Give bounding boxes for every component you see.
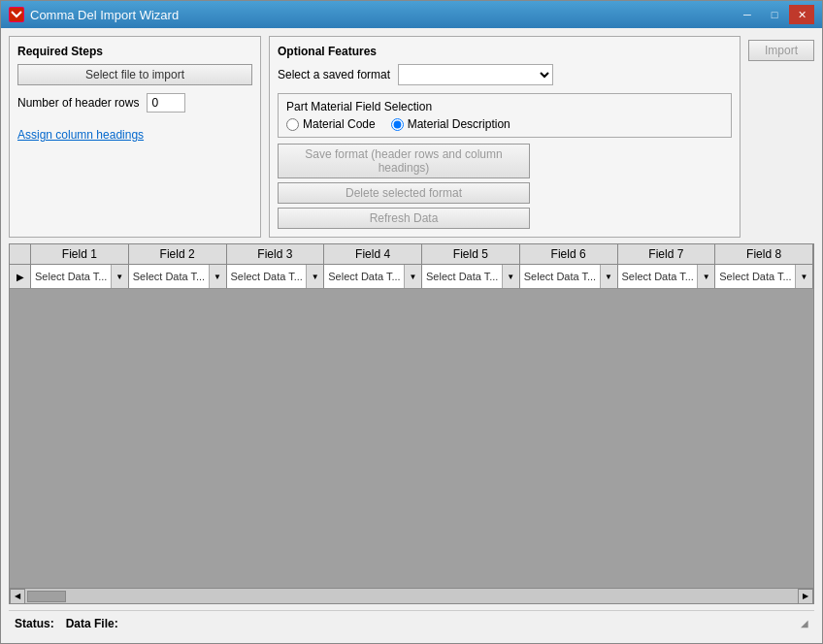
optional-buttons: Save format (header rows and column head… bbox=[278, 144, 732, 229]
dropdown-5-text: Select Data T... bbox=[422, 265, 502, 288]
close-button[interactable]: ✕ bbox=[789, 5, 814, 24]
dropdown-3-arrow[interactable]: ▼ bbox=[306, 265, 323, 288]
window-controls: ─ □ ✕ bbox=[735, 5, 814, 24]
scroll-left-button[interactable]: ◀ bbox=[10, 589, 25, 604]
dropdown-4[interactable]: Select Data T... ▼ bbox=[324, 265, 421, 288]
saved-format-label: Select a saved format bbox=[278, 68, 390, 81]
horizontal-scrollbar[interactable]: ◀ ▶ bbox=[10, 588, 813, 603]
resize-icon: ◢ bbox=[801, 618, 808, 628]
grid-cell-7: Select Data T... ▼ bbox=[618, 265, 716, 288]
dropdown-6-arrow[interactable]: ▼ bbox=[600, 265, 617, 288]
grid-area: Field 1 Field 2 Field 3 Field 4 Field 5 … bbox=[9, 243, 814, 604]
grid-header-field2: Field 2 bbox=[129, 244, 227, 264]
status-label: Status: bbox=[15, 617, 54, 630]
grid-cell-4: Select Data T... ▼ bbox=[324, 265, 422, 288]
grid-cell-8: Select Data T... ▼ bbox=[715, 265, 813, 288]
grid-cell-2: Select Data T... ▼ bbox=[129, 265, 227, 288]
dropdown-5[interactable]: Select Data T... ▼ bbox=[422, 265, 519, 288]
grid-header-arrow bbox=[10, 244, 31, 264]
row-arrow: ▶ bbox=[10, 265, 31, 288]
refresh-data-button[interactable]: Refresh Data bbox=[278, 208, 530, 229]
material-code-text: Material Code bbox=[303, 117, 376, 131]
optional-features-label: Optional Features bbox=[278, 45, 732, 58]
status-bar: Status: Data File: ◢ bbox=[9, 610, 814, 635]
required-steps-label: Required Steps bbox=[17, 45, 252, 58]
dropdown-2-arrow[interactable]: ▼ bbox=[209, 265, 226, 288]
saved-format-row: Select a saved format bbox=[278, 64, 732, 85]
grid-header-field8: Field 8 bbox=[715, 244, 813, 264]
header-rows-label: Number of header rows bbox=[17, 96, 139, 110]
dropdown-2-text: Select Data T... bbox=[129, 265, 209, 288]
window-title: Comma Del Import Wizard bbox=[30, 8, 179, 22]
material-code-radio-label[interactable]: Material Code bbox=[286, 117, 376, 131]
select-file-button[interactable]: Select file to import bbox=[17, 64, 252, 85]
scrollbar-thumb[interactable] bbox=[27, 591, 66, 602]
dropdown-8-arrow[interactable]: ▼ bbox=[795, 265, 812, 288]
optional-features-panel: Optional Features Select a saved format … bbox=[269, 36, 741, 238]
maximize-button[interactable]: □ bbox=[762, 5, 787, 24]
grid-cell-3: Select Data T... ▼ bbox=[227, 265, 325, 288]
dropdown-7[interactable]: Select Data T... ▼ bbox=[618, 265, 715, 288]
scrollbar-track[interactable] bbox=[25, 589, 798, 603]
material-field-label: Part Material Field Selection bbox=[286, 100, 723, 113]
dropdown-5-arrow[interactable]: ▼ bbox=[502, 265, 519, 288]
grid-cell-1: Select Data T... ▼ bbox=[31, 265, 129, 288]
dropdown-4-text: Select Data T... bbox=[324, 265, 404, 288]
title-bar-left: Comma Del Import Wizard bbox=[9, 7, 179, 22]
content-area: Required Steps Select file to import Num… bbox=[1, 28, 822, 643]
grid-header: Field 1 Field 2 Field 3 Field 4 Field 5 … bbox=[10, 244, 813, 265]
table-row: ▶ Select Data T... ▼ Select Data T... ▼ bbox=[10, 265, 813, 289]
required-steps-panel: Required Steps Select file to import Num… bbox=[9, 36, 261, 238]
grid-header-field4: Field 4 bbox=[324, 244, 422, 264]
material-description-text: Material Description bbox=[408, 117, 510, 131]
import-button[interactable]: Import bbox=[748, 40, 814, 61]
top-panels: Required Steps Select file to import Num… bbox=[9, 36, 814, 238]
dropdown-3-text: Select Data T... bbox=[227, 265, 307, 288]
title-bar: Comma Del Import Wizard ─ □ ✕ bbox=[1, 1, 822, 28]
header-rows-row: Number of header rows bbox=[17, 93, 252, 113]
grid-cell-5: Select Data T... ▼ bbox=[422, 265, 520, 288]
saved-format-select[interactable] bbox=[398, 64, 553, 85]
dropdown-1-arrow[interactable]: ▼ bbox=[111, 265, 128, 288]
dropdown-4-arrow[interactable]: ▼ bbox=[404, 265, 421, 288]
dropdown-6-text: Select Data T... bbox=[520, 265, 600, 288]
material-field-panel: Part Material Field Selection Material C… bbox=[278, 93, 732, 138]
svg-rect-0 bbox=[10, 8, 23, 21]
grid-header-field1: Field 1 bbox=[31, 244, 129, 264]
dropdown-7-arrow[interactable]: ▼ bbox=[697, 265, 714, 288]
minimize-button[interactable]: ─ bbox=[735, 5, 760, 24]
dropdown-6[interactable]: Select Data T... ▼ bbox=[520, 265, 617, 288]
data-file-label: Data File: bbox=[66, 617, 118, 630]
grid-body: ▶ Select Data T... ▼ Select Data T... ▼ bbox=[10, 265, 813, 588]
import-panel: Import bbox=[748, 36, 814, 238]
save-format-button[interactable]: Save format (header rows and column head… bbox=[278, 144, 530, 178]
dropdown-8[interactable]: Select Data T... ▼ bbox=[715, 265, 812, 288]
grid-header-field3: Field 3 bbox=[227, 244, 325, 264]
grid-header-field5: Field 5 bbox=[422, 244, 520, 264]
material-description-radio[interactable] bbox=[391, 118, 404, 131]
dropdown-7-text: Select Data T... bbox=[618, 265, 698, 288]
radio-row: Material Code Material Description bbox=[286, 117, 723, 131]
material-desc-radio-label[interactable]: Material Description bbox=[391, 117, 510, 131]
dropdown-1[interactable]: Select Data T... ▼ bbox=[31, 265, 128, 288]
grid-header-field7: Field 7 bbox=[618, 244, 716, 264]
dropdown-2[interactable]: Select Data T... ▼ bbox=[129, 265, 226, 288]
assign-column-headings-link[interactable]: Assign column headings bbox=[17, 128, 144, 142]
header-rows-input[interactable] bbox=[147, 93, 185, 113]
main-window: Comma Del Import Wizard ─ □ ✕ Required S… bbox=[0, 0, 823, 644]
scroll-right-button[interactable]: ▶ bbox=[798, 589, 813, 604]
grid-header-field6: Field 6 bbox=[520, 244, 618, 264]
app-icon bbox=[9, 7, 24, 22]
dropdown-8-text: Select Data T... bbox=[715, 265, 795, 288]
grid-cell-6: Select Data T... ▼ bbox=[520, 265, 618, 288]
dropdown-3[interactable]: Select Data T... ▼ bbox=[227, 265, 324, 288]
delete-format-button[interactable]: Delete selected format bbox=[278, 182, 530, 204]
material-code-radio[interactable] bbox=[286, 118, 299, 131]
dropdown-1-text: Select Data T... bbox=[31, 265, 111, 288]
